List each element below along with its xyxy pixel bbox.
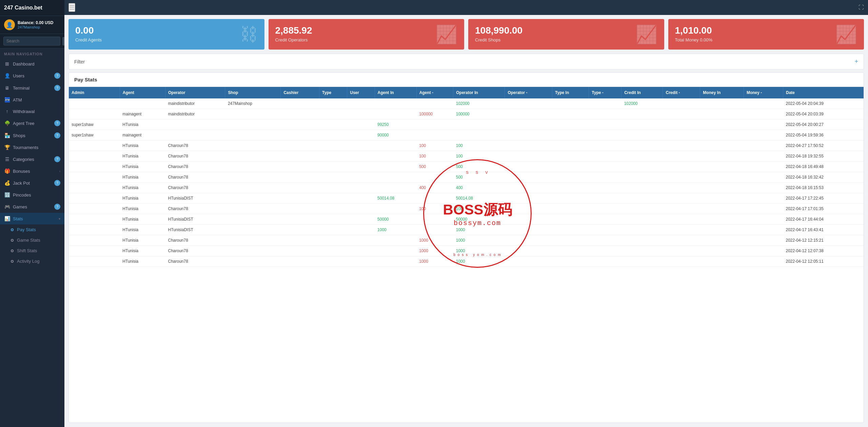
operator-cell: maindistributor xyxy=(165,109,225,119)
table-row: super1shawmainagent900002022-05-04 19:59… xyxy=(69,130,864,141)
admin-cell xyxy=(69,225,120,235)
operator-cell: Charoun78 xyxy=(165,246,225,256)
shops-badge: ? xyxy=(54,132,60,138)
sidebar-item-shops[interactable]: 🏪 Shops ? xyxy=(0,129,64,142)
agent-minus-cell xyxy=(416,193,453,204)
agent-minus-cell: 1000 xyxy=(416,235,453,246)
table-wrapper[interactable]: Admin Agent Operator Shop Cashier Type U… xyxy=(69,87,864,267)
money-minus-cell xyxy=(744,256,783,267)
sidebar-item-jackpot[interactable]: 💰 Jack Pot ? xyxy=(0,177,64,189)
sidebar-item-label: Shops xyxy=(13,133,54,138)
sidebar-sub-shift-stats[interactable]: Shift Stats xyxy=(0,245,64,256)
money-minus-cell xyxy=(744,109,783,119)
jackpot-badge: ? xyxy=(54,180,60,186)
sidebar-item-users[interactable]: 👤 Users ? xyxy=(0,70,64,82)
total-money-icon: 📈 xyxy=(835,24,857,45)
bonuses-arrow: ‹ xyxy=(59,169,60,173)
col-admin: Admin xyxy=(69,87,120,98)
sidebar-item-agent-tree[interactable]: 🌳 Agent Tree ? xyxy=(0,117,64,129)
money-minus-cell xyxy=(744,130,783,141)
games-badge: ? xyxy=(54,204,60,210)
search-input[interactable] xyxy=(3,37,60,45)
sidebar-sub-game-stats[interactable]: Game Stats xyxy=(0,235,64,245)
admin-cell: super1shaw xyxy=(69,130,120,141)
sidebar-item-pincodes[interactable]: 🔢 Pincodes xyxy=(0,189,64,201)
sidebar-item-atm[interactable]: 🏧 ATM xyxy=(0,94,64,106)
operator-minus-cell xyxy=(505,193,552,204)
sidebar-sub-activity-log[interactable]: Activity Log xyxy=(0,256,64,266)
table-row: HTunisiaHTunisiaDIST50000500002022-04-17… xyxy=(69,214,864,225)
money-in-cell xyxy=(700,193,744,204)
stats-arrow: ▾ xyxy=(59,217,60,221)
operator-minus-cell xyxy=(505,172,552,183)
admin-cell xyxy=(69,183,120,193)
hamburger-button[interactable]: ☰ xyxy=(68,3,75,12)
table-row: super1shawHTunisia992502022-05-04 20:00:… xyxy=(69,119,864,130)
shop-cell xyxy=(225,193,281,204)
sidebar-item-dashboard[interactable]: ⊞ Dashboard xyxy=(0,58,64,70)
col-type-in: Type In xyxy=(552,87,589,98)
sidebar-item-bonuses[interactable]: 🎁 Bonuses ‹ xyxy=(0,165,64,177)
sidebar-item-games[interactable]: 🎮 Games ? xyxy=(0,201,64,213)
sidebar-item-label: Categories xyxy=(13,157,54,162)
date-cell: 2022-04-17 17:01:35 xyxy=(783,204,864,214)
operator-minus-cell xyxy=(505,256,552,267)
shop-cell xyxy=(225,130,281,141)
type-in-cell xyxy=(552,246,589,256)
activity-log-dot xyxy=(11,260,14,263)
col-shop: Shop xyxy=(225,87,281,98)
credit-in-cell xyxy=(622,162,663,172)
col-operator-minus: Operator - xyxy=(505,87,552,98)
credit-minus-cell xyxy=(663,119,700,130)
type-in-cell xyxy=(552,141,589,151)
shop-cell xyxy=(225,119,281,130)
credit-operators-value: 2,885.92 xyxy=(275,25,458,36)
fullscreen-button[interactable]: ⛶ xyxy=(859,4,864,11)
terminal-icon: 🖥 xyxy=(4,85,10,91)
atm-icon: 🏧 xyxy=(4,97,10,103)
credit-minus-cell xyxy=(663,109,700,119)
table-row: HTunisiaHTunisiaDIST50014.0850014.082022… xyxy=(69,193,864,204)
money-in-cell xyxy=(700,183,744,193)
table-row: mainagentmaindistributor1000001000002022… xyxy=(69,109,864,119)
pincodes-icon: 🔢 xyxy=(4,192,10,198)
type-minus-cell xyxy=(589,225,622,235)
operator-cell: maindistributor xyxy=(165,98,225,109)
filter-label: Filter xyxy=(74,59,85,64)
sidebar-sub-pay-stats[interactable]: Pay Stats xyxy=(0,224,64,235)
operator-in-cell: 100 xyxy=(453,204,505,214)
col-agent: Agent xyxy=(120,87,165,98)
sidebar-item-stats[interactable]: 📊 Stats ▾ xyxy=(0,213,64,224)
date-cell: 2022-04-18 16:32:42 xyxy=(783,172,864,183)
date-cell: 2022-04-12 12:05:11 xyxy=(783,256,864,267)
sidebar-item-categories[interactable]: ☰ Categories ? xyxy=(0,153,64,165)
user-cell xyxy=(347,214,375,225)
credit-shops-icon: 📈 xyxy=(635,24,657,45)
user-cell xyxy=(347,204,375,214)
filter-bar: Filter + xyxy=(68,54,864,70)
sidebar-item-terminal[interactable]: 🖥 Terminal ? xyxy=(0,82,64,94)
operator-minus-cell xyxy=(505,162,552,172)
date-cell: 2022-05-04 20:03:39 xyxy=(783,109,864,119)
cashier-cell xyxy=(281,151,319,162)
filter-add-button[interactable]: + xyxy=(854,58,858,65)
topbar-right: ⛶ xyxy=(859,4,864,11)
categories-icon: ☰ xyxy=(4,156,10,162)
tournaments-icon: 🏆 xyxy=(4,145,10,150)
type-minus-cell xyxy=(589,98,622,109)
agent-minus-cell: 100 xyxy=(416,151,453,162)
operator-in-cell: 100 xyxy=(453,151,505,162)
activity-log-label: Activity Log xyxy=(17,259,39,264)
type-minus-cell xyxy=(589,151,622,162)
search-box: 🔍 xyxy=(0,34,64,49)
operator-in-cell: 100 xyxy=(453,141,505,151)
search-button[interactable]: 🔍 xyxy=(62,37,64,45)
cashier-cell xyxy=(281,130,319,141)
type-in-cell xyxy=(552,183,589,193)
type-cell xyxy=(319,193,347,204)
topbar: ☰ ⛶ xyxy=(64,0,868,15)
credit-minus-cell xyxy=(663,151,700,162)
agent-in-cell xyxy=(375,151,416,162)
sidebar-item-tournaments[interactable]: 🏆 Tournaments xyxy=(0,142,64,153)
sidebar-item-withdrawal[interactable]: ↑ Withdrawal xyxy=(0,106,64,117)
